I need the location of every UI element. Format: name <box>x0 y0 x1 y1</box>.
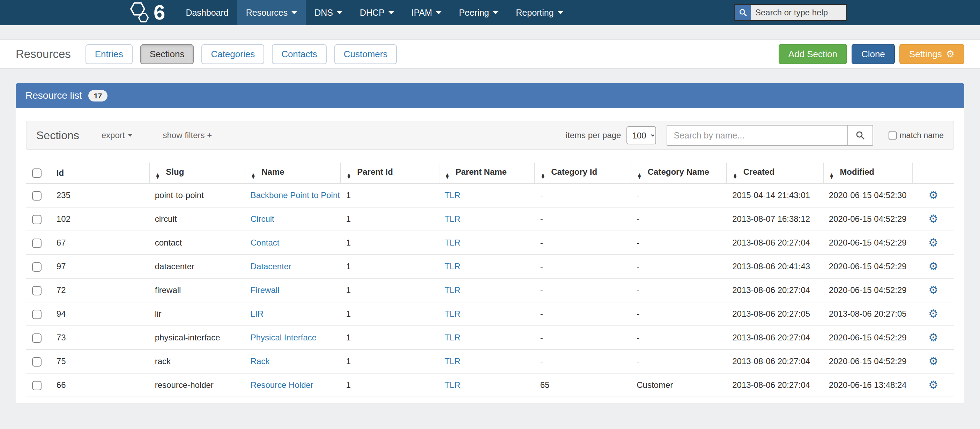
parent-name-link[interactable]: TLR <box>445 238 460 247</box>
nav-item-peering[interactable]: Peering <box>450 0 507 25</box>
column-header-parent-id[interactable]: Parent Id <box>340 162 439 183</box>
cell-parent-name: TLR <box>439 302 535 326</box>
cell-parent-name: TLR <box>439 207 535 231</box>
table-row: 235 point-to-point Backbone Point to Poi… <box>26 183 954 207</box>
parent-name-link[interactable]: TLR <box>445 191 460 200</box>
column-header-category-id[interactable]: Category Id <box>535 162 632 183</box>
column-header-created[interactable]: Created <box>727 162 823 183</box>
parent-name-link[interactable]: TLR <box>445 262 460 271</box>
row-checkbox[interactable] <box>32 215 41 224</box>
row-checkbox[interactable] <box>32 310 41 319</box>
show-filters-link[interactable]: show filters + <box>162 130 212 140</box>
chevron-down-icon <box>337 11 342 14</box>
nav-item-dns[interactable]: DNS <box>306 0 351 25</box>
resource-name-link[interactable]: Firewall <box>251 285 280 295</box>
name-search-input[interactable] <box>667 125 848 146</box>
chevron-down-icon <box>436 11 441 14</box>
resource-name-link[interactable]: Circuit <box>251 214 274 224</box>
nav-item-reporting[interactable]: Reporting <box>507 0 572 25</box>
cell-parent-name: TLR <box>439 278 535 302</box>
cell-parent-id: 1 <box>340 231 439 254</box>
column-header-id[interactable]: Id <box>51 162 150 183</box>
parent-name-link[interactable]: TLR <box>445 356 460 366</box>
add-section-button[interactable]: Add Section <box>779 44 847 64</box>
resource-name-link[interactable]: Resource Holder <box>251 380 313 389</box>
row-settings-gear-icon[interactable]: ⚙ <box>928 237 938 249</box>
cell-name: Resource Holder <box>245 373 340 397</box>
row-settings-gear-icon[interactable]: ⚙ <box>928 331 938 343</box>
app-logo[interactable]: 6 <box>129 0 165 25</box>
hexagon-logo-icon <box>129 1 152 24</box>
search-button[interactable] <box>848 125 873 146</box>
column-header-name[interactable]: Name <box>245 162 340 183</box>
cell-slug: resource-holder <box>150 373 245 397</box>
parent-name-link[interactable]: TLR <box>445 285 460 295</box>
row-checkbox[interactable] <box>32 286 41 296</box>
tab-categories[interactable]: Categories <box>201 44 264 64</box>
parent-name-link[interactable]: TLR <box>445 309 460 318</box>
row-checkbox[interactable] <box>32 334 41 343</box>
match-name-checkbox[interactable] <box>889 132 897 140</box>
tab-sections[interactable]: Sections <box>140 44 194 64</box>
row-settings-gear-icon[interactable]: ⚙ <box>928 260 938 272</box>
items-per-page-select[interactable]: 100 <box>627 126 656 145</box>
row-checkbox[interactable] <box>32 238 41 248</box>
parent-name-link[interactable]: TLR <box>445 380 460 389</box>
row-checkbox[interactable] <box>32 262 41 272</box>
tab-entries[interactable]: Entries <box>86 44 133 64</box>
nav-item-resources[interactable]: Resources <box>237 0 306 25</box>
table-row: 97 datacenter Datacenter 1 TLR - - 2013-… <box>26 254 954 278</box>
tab-contacts[interactable]: Contacts <box>272 44 327 64</box>
row-settings-gear-icon[interactable]: ⚙ <box>928 308 938 320</box>
cell-parent-id: 1 <box>340 302 439 326</box>
cell-category-name: Customer <box>631 373 727 397</box>
cell-modified: 2013-08-06 20:27:05 <box>823 302 912 326</box>
brand-text: 6 <box>154 2 165 23</box>
row-checkbox[interactable] <box>32 381 41 390</box>
row-settings-gear-icon[interactable]: ⚙ <box>928 213 938 225</box>
resource-name-link[interactable]: LIR <box>251 309 264 318</box>
parent-name-link[interactable]: TLR <box>445 214 460 224</box>
match-name-label[interactable]: match name <box>899 131 944 140</box>
export-dropdown[interactable]: export <box>102 130 133 140</box>
select-all-checkbox[interactable] <box>32 168 41 178</box>
column-header-slug[interactable]: Slug <box>150 162 245 183</box>
cell-modified: 2020-06-15 04:52:29 <box>823 397 912 404</box>
nav-item-dashboard[interactable]: Dashboard <box>177 0 237 25</box>
nav-item-ipam[interactable]: IPAM <box>403 0 450 25</box>
parent-name-link[interactable]: TLR <box>445 333 460 342</box>
row-checkbox[interactable] <box>32 357 41 367</box>
clone-button[interactable]: Clone <box>851 44 895 64</box>
column-header-parent-name[interactable]: Parent Name <box>439 162 535 183</box>
panel-title: Resource list <box>25 90 82 101</box>
cell-id: 72 <box>51 278 150 302</box>
cell-modified: 2020-06-15 04:52:29 <box>823 254 912 278</box>
resource-name-link[interactable]: Rack <box>251 356 270 366</box>
cell-name: Rack <box>245 350 340 373</box>
table-row: 76 router Router 1 TLR - - 2013-08-06 20… <box>26 397 954 404</box>
row-settings-gear-icon[interactable]: ⚙ <box>928 379 938 391</box>
cell-slug: lir <box>150 302 245 326</box>
cell-parent-id: 1 <box>340 373 439 397</box>
panel-body: Sections export show filters + items per… <box>16 108 964 404</box>
column-header-modified[interactable]: Modified <box>823 162 912 183</box>
column-header-category-name[interactable]: Category Name <box>631 162 727 183</box>
resource-name-link[interactable]: Datacenter <box>251 262 291 271</box>
row-checkbox[interactable] <box>32 191 41 200</box>
cell-created: 2013-08-06 20:41:43 <box>727 254 823 278</box>
settings-button[interactable]: Settings ⚙ <box>899 44 964 64</box>
row-settings-gear-icon[interactable]: ⚙ <box>928 284 938 296</box>
cell-id: 97 <box>51 254 150 278</box>
search-icon[interactable] <box>735 5 751 20</box>
resource-name-link[interactable]: Contact <box>251 238 280 247</box>
cell-created: 2013-08-06 20:27:04 <box>727 278 823 302</box>
cell-id: 102 <box>51 207 150 231</box>
row-settings-gear-icon[interactable]: ⚙ <box>928 189 938 201</box>
resource-name-link[interactable]: Physical Interface <box>251 333 317 342</box>
resource-name-link[interactable]: Backbone Point to Point <box>251 191 340 200</box>
tab-customers[interactable]: Customers <box>334 44 397 64</box>
row-settings-gear-icon[interactable]: ⚙ <box>928 402 938 404</box>
row-settings-gear-icon[interactable]: ⚙ <box>928 355 938 367</box>
help-search-input[interactable] <box>751 5 846 20</box>
nav-item-dhcp[interactable]: DHCP <box>351 0 403 25</box>
